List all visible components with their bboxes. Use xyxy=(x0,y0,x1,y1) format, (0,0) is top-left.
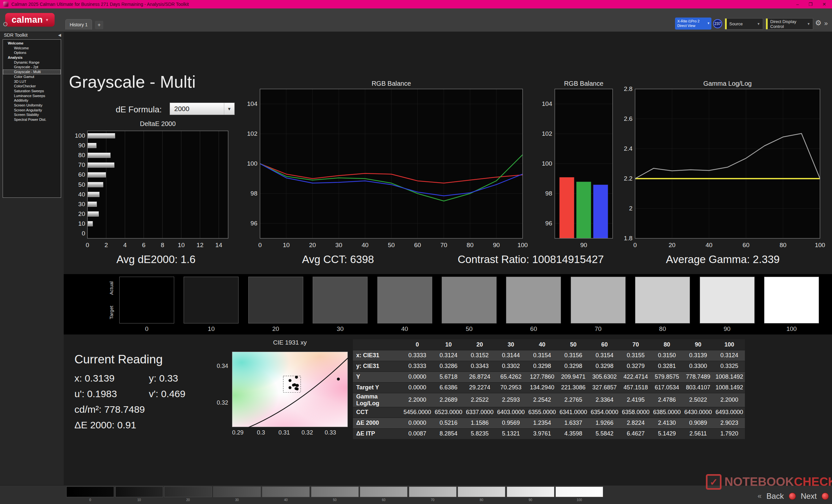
sidebar-item-welcome[interactable]: Welcome xyxy=(3,46,61,51)
sidebar-item-colorchecker[interactable]: ColorChecker xyxy=(3,84,61,89)
svg-text:40: 40 xyxy=(362,242,368,248)
meter-button[interactable]: X-Rite i1Pro 2 Direct View ▼ xyxy=(675,18,711,30)
nav-buttons: « Back Next xyxy=(758,492,829,501)
svg-text:100: 100 xyxy=(815,242,825,248)
svg-text:2.6: 2.6 xyxy=(624,115,632,122)
table-cell: 2.8224 xyxy=(620,418,651,428)
table-cell: 6523.0000 xyxy=(433,407,464,418)
svg-text:70: 70 xyxy=(78,161,85,168)
svg-text:100: 100 xyxy=(542,160,552,167)
svg-text:0: 0 xyxy=(86,242,89,248)
gear-icon[interactable]: ⚙ xyxy=(815,19,822,27)
minimize-icon[interactable]: – xyxy=(796,2,799,7)
target-row-label: Target xyxy=(108,300,115,325)
svg-text:30: 30 xyxy=(78,201,85,207)
overflow-icon[interactable]: » xyxy=(824,20,828,27)
sidebar-item-grayscale-multi[interactable]: Grayscale - Multi xyxy=(3,69,61,74)
table-row-label: y: CIE31 xyxy=(353,361,402,371)
source-dropdown[interactable]: Source ▼ xyxy=(725,18,763,30)
next-button[interactable]: Next xyxy=(801,492,817,501)
pattern-swatch-number: 90 xyxy=(507,498,554,502)
reading-v: v': 0.469 xyxy=(149,388,185,399)
svg-text:DeltaE 2000: DeltaE 2000 xyxy=(140,120,176,127)
sidebar-item-welcome[interactable]: Welcome xyxy=(3,41,61,46)
double-chevron-left-icon[interactable]: « xyxy=(758,492,761,500)
sidebar-title: SDR Toolkit xyxy=(4,32,28,38)
table-cell: 2.2765 xyxy=(558,393,589,407)
svg-text:98: 98 xyxy=(545,190,552,197)
table-row-label: ΔE ITP xyxy=(353,428,402,439)
svg-text:0: 0 xyxy=(82,230,85,237)
table-cell: 1008.1492 xyxy=(714,371,745,382)
calman-menu-button[interactable]: calman ▾ xyxy=(5,13,55,27)
back-button[interactable]: Back xyxy=(766,492,784,501)
deltae-bar xyxy=(88,143,96,148)
sidebar-item-dynamic-range[interactable]: Dynamic Range xyxy=(3,60,61,65)
app-window: Calman 2025 Calman Ultimate for Business… xyxy=(0,0,832,504)
table-cell: 6430.0000 xyxy=(682,407,714,418)
table-cell: 3.9761 xyxy=(526,428,558,439)
sidebar: SDR Toolkit ◀ WelcomeWelcomeOptionsAnaly… xyxy=(0,32,64,485)
svg-text:60: 60 xyxy=(743,242,750,248)
sidebar-item-additivity[interactable]: Additivity xyxy=(3,98,61,103)
table-header-cell: 50 xyxy=(558,339,589,350)
sidebar-item-saturation-sweeps[interactable]: Saturation Sweeps xyxy=(3,89,61,93)
table-cell: 6385.0000 xyxy=(651,407,682,418)
grayscale-swatch-60 xyxy=(506,277,561,324)
meter-count-badge[interactable]: 237 xyxy=(713,19,722,28)
close-icon[interactable]: ✕ xyxy=(822,2,826,7)
grayscale-swatch-number: 100 xyxy=(764,326,819,333)
tab-history-1[interactable]: History 1 xyxy=(65,19,92,30)
svg-text:30: 30 xyxy=(335,242,342,248)
table-cell: 6358.0000 xyxy=(620,407,651,418)
next-target-icon[interactable] xyxy=(822,493,829,500)
panel-toggle-icon[interactable] xyxy=(3,22,7,26)
meter-button-label: X-Rite i1Pro 2 Direct View xyxy=(677,19,699,28)
table-row: Target Y0.00006.638629.227470.2953134.29… xyxy=(353,382,745,393)
sidebar-item-screen-angularity[interactable]: Screen Angularity xyxy=(3,108,61,113)
table-cell: 0.3155 xyxy=(620,350,651,361)
svg-text:90: 90 xyxy=(78,142,85,149)
table-row: ΔE 20000.00000.52161.15860.95691.23541.6… xyxy=(353,418,745,428)
add-tab-button[interactable]: + xyxy=(95,21,103,29)
grayscale-swatch-20 xyxy=(248,277,303,324)
sidebar-item-options[interactable]: Options xyxy=(3,50,61,55)
svg-text:2.8: 2.8 xyxy=(624,85,632,92)
back-target-icon[interactable] xyxy=(789,493,796,500)
sidebar-item-screen-uniformity[interactable]: Screen Uniformity xyxy=(3,103,61,108)
rgb-balance-bar-chart: RGB Balance104102100989690 xyxy=(535,80,623,253)
deltae-bar xyxy=(88,212,99,216)
cie-point xyxy=(289,379,291,382)
table-cell: 0.3302 xyxy=(495,361,526,371)
page-title: Grayscale - Multi xyxy=(69,72,196,91)
table-cell: 0.3124 xyxy=(714,350,745,361)
grayscale-swatch-number: 30 xyxy=(313,326,368,333)
deltae-bar xyxy=(88,172,106,177)
maximize-icon[interactable]: ❐ xyxy=(809,2,813,7)
table-cell: 1.6337 xyxy=(558,418,589,428)
sidebar-item-color-gamut[interactable]: Color Gamut xyxy=(3,74,61,79)
sidebar-item-analysis[interactable]: Analysis xyxy=(3,55,61,60)
sidebar-item-grayscale-2pt[interactable]: Grayscale - 2pt xyxy=(3,65,61,69)
table-row: CCT5456.00006523.00006337.00006403.00006… xyxy=(353,407,745,418)
sidebar-item-spectral-power-dist[interactable]: Spectral Power Dist. xyxy=(3,117,61,122)
grayscale-swatch-number: 40 xyxy=(377,326,432,333)
rgb-bar-red xyxy=(559,177,574,239)
de-formula-dropdown[interactable]: 2000 ▼ xyxy=(170,103,235,115)
display-control-dropdown[interactable]: Direct Display Control ▼ xyxy=(766,18,813,30)
sidebar-item-luminance-sweeps[interactable]: Luminance Sweeps xyxy=(3,93,61,99)
svg-text:96: 96 xyxy=(251,220,257,227)
svg-text:2: 2 xyxy=(629,205,632,212)
table-cell: 1.7920 xyxy=(714,428,745,439)
sidebar-item-3d-lut[interactable]: 3D LUT xyxy=(3,79,61,84)
collapse-sidebar-icon[interactable]: ◀ xyxy=(58,33,61,37)
sidebar-item-screen-stability[interactable]: Screen Stability xyxy=(3,112,61,117)
grayscale-swatch-100 xyxy=(764,277,819,324)
table-cell: 2.2000 xyxy=(714,393,745,407)
svg-text:8: 8 xyxy=(161,242,164,248)
table-cell: 6493.0000 xyxy=(714,407,745,418)
pattern-swatch-0 xyxy=(66,486,114,497)
table-row: ΔE ITP0.00878.28545.82355.13213.97614.35… xyxy=(353,428,745,439)
deltae-bar xyxy=(88,163,114,168)
svg-text:60: 60 xyxy=(78,171,85,178)
